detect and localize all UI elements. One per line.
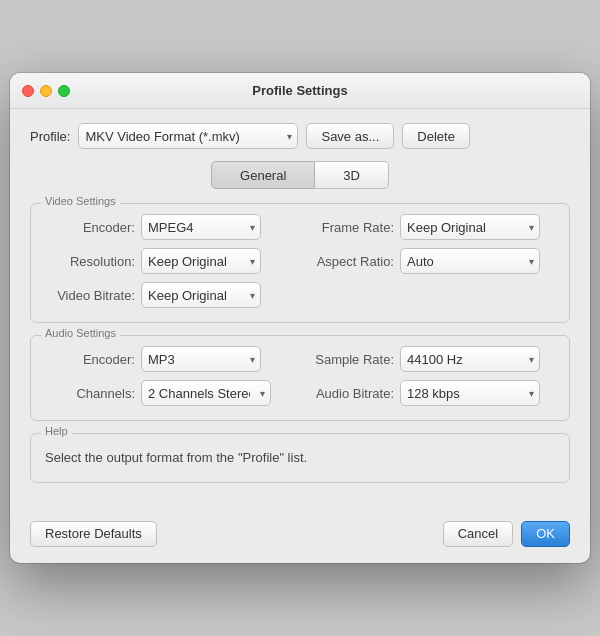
resolution-select-wrapper: Keep Original [141, 248, 261, 274]
ok-button[interactable]: OK [521, 521, 570, 547]
maximize-button[interactable] [58, 85, 70, 97]
video-settings-section: Video Settings Encoder: MPEG4 Frame Rate… [30, 203, 570, 323]
audio-encoder-label: Encoder: [45, 352, 135, 367]
titlebar: Profile Settings [10, 73, 590, 109]
traffic-lights [22, 85, 70, 97]
channels-select[interactable]: 2 Channels Stereo [141, 380, 271, 406]
video-bitrate-select-wrapper: Keep Original [141, 282, 261, 308]
aspect-ratio-select-wrapper: Auto [400, 248, 540, 274]
resolution-group: Resolution: Keep Original [45, 248, 296, 274]
aspect-ratio-select[interactable]: Auto [400, 248, 540, 274]
help-text: Select the output format from the "Profi… [45, 444, 555, 468]
frame-rate-label: Frame Rate: [304, 220, 394, 235]
audio-encoder-select-wrapper: MP3 [141, 346, 261, 372]
resolution-select[interactable]: Keep Original [141, 248, 261, 274]
channels-select-wrapper: 2 Channels Stereo [141, 380, 271, 406]
aspect-ratio-group: Aspect Ratio: Auto [304, 248, 555, 274]
video-settings-form: Encoder: MPEG4 Frame Rate: Keep Original [45, 214, 555, 308]
audio-settings-title: Audio Settings [41, 327, 120, 339]
close-button[interactable] [22, 85, 34, 97]
restore-defaults-button[interactable]: Restore Defaults [30, 521, 157, 547]
main-content: Profile: MKV Video Format (*.mkv) Save a… [10, 109, 590, 511]
profile-label: Profile: [30, 129, 70, 144]
delete-button[interactable]: Delete [402, 123, 470, 149]
audio-encoder-group: Encoder: MP3 [45, 346, 296, 372]
profile-settings-window: Profile Settings Profile: MKV Video Form… [10, 73, 590, 563]
encoder-group: Encoder: MPEG4 [45, 214, 296, 240]
channels-group: Channels: 2 Channels Stereo [45, 380, 296, 406]
frame-rate-group: Frame Rate: Keep Original [304, 214, 555, 240]
profile-select[interactable]: MKV Video Format (*.mkv) [78, 123, 298, 149]
audio-row-1: Encoder: MP3 Sample Rate: 44100 Hz [45, 346, 555, 372]
audio-bitrate-select[interactable]: 128 kbps [400, 380, 540, 406]
channels-label: Channels: [45, 386, 135, 401]
profile-select-wrapper: MKV Video Format (*.mkv) [78, 123, 298, 149]
sample-rate-group: Sample Rate: 44100 Hz [304, 346, 555, 372]
minimize-button[interactable] [40, 85, 52, 97]
video-settings-title: Video Settings [41, 195, 120, 207]
sample-rate-label: Sample Rate: [304, 352, 394, 367]
video-bitrate-label: Video Bitrate: [45, 288, 135, 303]
cancel-button[interactable]: Cancel [443, 521, 513, 547]
video-bitrate-select[interactable]: Keep Original [141, 282, 261, 308]
tabs-row: General 3D [30, 161, 570, 189]
video-row-1: Encoder: MPEG4 Frame Rate: Keep Original [45, 214, 555, 240]
video-row-3: Video Bitrate: Keep Original [45, 282, 555, 308]
encoder-label: Encoder: [45, 220, 135, 235]
video-bitrate-group: Video Bitrate: Keep Original [45, 282, 296, 308]
bottom-bar: Restore Defaults Cancel OK [10, 511, 590, 563]
help-section: Help Select the output format from the "… [30, 433, 570, 483]
help-section-title: Help [41, 425, 72, 437]
audio-row-2: Channels: 2 Channels Stereo Audio Bitrat… [45, 380, 555, 406]
tab-3d[interactable]: 3D [315, 161, 389, 189]
sample-rate-select[interactable]: 44100 Hz [400, 346, 540, 372]
audio-bitrate-group: Audio Bitrate: 128 kbps [304, 380, 555, 406]
window-title: Profile Settings [252, 83, 347, 98]
resolution-label: Resolution: [45, 254, 135, 269]
encoder-select-wrapper: MPEG4 [141, 214, 261, 240]
tab-general[interactable]: General [211, 161, 315, 189]
video-row-2: Resolution: Keep Original Aspect Ratio: … [45, 248, 555, 274]
audio-settings-form: Encoder: MP3 Sample Rate: 44100 Hz [45, 346, 555, 406]
bottom-right-buttons: Cancel OK [443, 521, 570, 547]
profile-row: Profile: MKV Video Format (*.mkv) Save a… [30, 123, 570, 149]
audio-bitrate-select-wrapper: 128 kbps [400, 380, 540, 406]
audio-bitrate-label: Audio Bitrate: [304, 386, 394, 401]
aspect-ratio-label: Aspect Ratio: [304, 254, 394, 269]
sample-rate-select-wrapper: 44100 Hz [400, 346, 540, 372]
audio-settings-section: Audio Settings Encoder: MP3 Sample Rate: [30, 335, 570, 421]
frame-rate-select-wrapper: Keep Original [400, 214, 540, 240]
audio-encoder-select[interactable]: MP3 [141, 346, 261, 372]
frame-rate-select[interactable]: Keep Original [400, 214, 540, 240]
save-as-button[interactable]: Save as... [306, 123, 394, 149]
encoder-select[interactable]: MPEG4 [141, 214, 261, 240]
